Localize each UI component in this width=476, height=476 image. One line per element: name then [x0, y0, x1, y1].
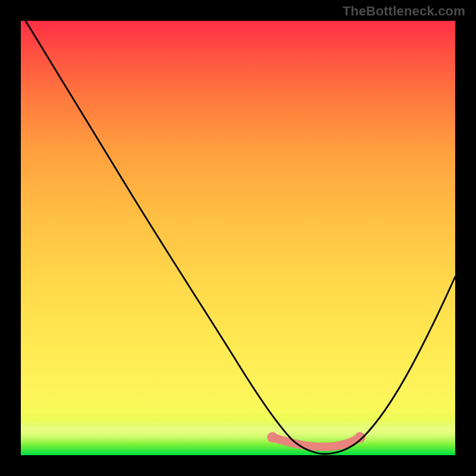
curve-right-limb: [324, 277, 455, 454]
chart-svg: [21, 21, 455, 455]
accent-band: [267, 432, 365, 447]
watermark-text: TheBottleneck.com: [343, 4, 465, 19]
accent-band-path: [273, 437, 360, 447]
chart-stage: TheBottleneck.com: [0, 0, 476, 476]
plot-area: [21, 21, 455, 455]
curve-left-limb: [26, 21, 324, 454]
